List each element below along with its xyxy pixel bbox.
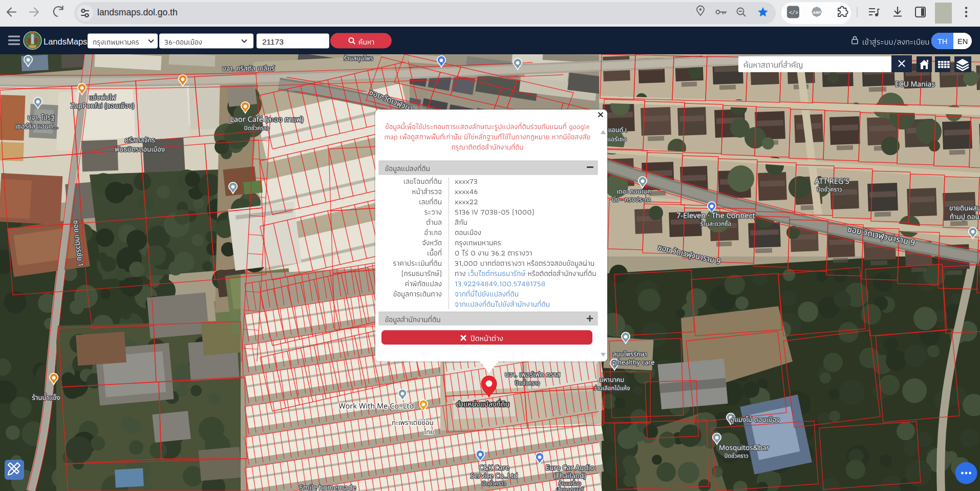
svg-text:</>: </> xyxy=(789,10,798,16)
svg-text:21173: 21173 xyxy=(262,37,284,46)
svg-text:landsmaps.dol.go.th: landsmaps.dol.go.th xyxy=(97,7,178,17)
svg-text:TH: TH xyxy=(938,37,947,46)
svg-text:EN: EN xyxy=(957,37,968,46)
svg-text:ABP: ABP xyxy=(813,10,821,15)
svg-text:LandsMaps: LandsMaps xyxy=(44,37,87,46)
